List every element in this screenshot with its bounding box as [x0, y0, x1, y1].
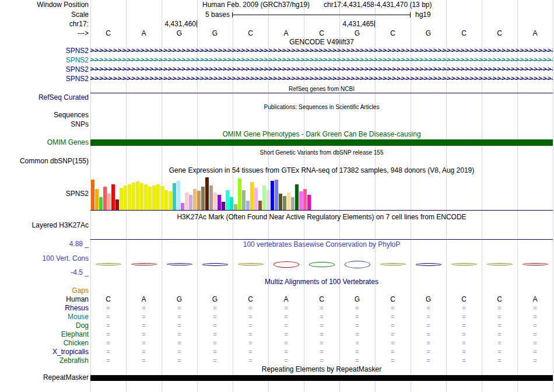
multiz-row-mouse[interactable]: =============	[90, 313, 553, 321]
gtex-tissue-bar[interactable]	[279, 194, 282, 210]
gtex-tissue-bar[interactable]	[267, 190, 270, 210]
phylop-center-title[interactable]: 100 vertebrates Basewise Conservation by…	[90, 241, 553, 249]
gtex-tissue-bar[interactable]	[120, 188, 123, 210]
gtex-tissue-bar[interactable]	[271, 181, 274, 210]
gtex-tissue-bar[interactable]	[222, 202, 225, 210]
repeatmasker-center-title[interactable]: Repeating Elements by RepeatMasker	[90, 366, 553, 373]
gtex-tissue-bar[interactable]	[197, 191, 201, 210]
gtex-tissue-bar[interactable]	[283, 196, 286, 210]
gencode-transcript-row[interactable]: >>>>>>>>>>>>>>>>>>>>>>>>>>>>>>>>>>>>>>>>…	[90, 57, 553, 64]
conservation-glyph[interactable]	[202, 263, 228, 266]
gtex-tissue-bar[interactable]	[111, 184, 115, 210]
gtex-tissue-bar[interactable]	[238, 178, 241, 210]
gtex-tissue-bar[interactable]	[169, 191, 172, 210]
gtex-tissue-bar[interactable]	[234, 204, 237, 210]
multiz-center-title[interactable]: Multiz Alignments of 100 Vertebrates	[90, 278, 553, 286]
multiz-row-zebrafish[interactable]: =============	[90, 357, 553, 365]
gtex-tissue-bar[interactable]	[250, 182, 254, 210]
gtex-tissue-bar[interactable]	[156, 184, 160, 210]
gtex-tissue-bar[interactable]	[99, 197, 103, 210]
alignment-gap-glyph: =	[304, 304, 339, 312]
gtex-barchart[interactable]	[90, 175, 553, 210]
gtex-tissue-bar[interactable]	[246, 201, 250, 210]
gtex-tissue-bar[interactable]	[189, 195, 192, 210]
gtex-tissue-bar[interactable]	[144, 184, 148, 210]
conservation-glyph[interactable]	[96, 263, 121, 265]
gtex-tissue-bar[interactable]	[181, 203, 184, 210]
h3k27ac-center-title[interactable]: H3K27Ac Mark (Often Found Near Active Re…	[90, 214, 553, 221]
gtex-tissue-bar[interactable]	[205, 177, 209, 210]
gtex-tissue-bar[interactable]	[107, 194, 111, 210]
conservation-glyph[interactable]	[309, 262, 335, 267]
gencode-transcript-row[interactable]: >>>>>>>>>>>>>>>>>>>>>>>>>>>>>>>>>>>>>>>>…	[90, 47, 553, 55]
conservation-glyph[interactable]	[167, 263, 192, 265]
aligned-base: C	[446, 296, 482, 303]
gtex-tissue-bar[interactable]	[218, 195, 221, 210]
multiz-row-elephant[interactable]: =============	[90, 331, 553, 338]
gtex-tissue-bar[interactable]	[201, 187, 205, 210]
omim-bar[interactable]	[90, 139, 553, 146]
refseq-center-title[interactable]: RefSeq genes from NCBI	[90, 85, 553, 93]
gtex-tissue-bar[interactable]	[152, 186, 156, 210]
conservation-glyph[interactable]	[238, 263, 264, 265]
gtex-tissue-bar[interactable]	[295, 184, 299, 210]
gtex-tissue-bar[interactable]	[258, 201, 262, 210]
gtex-tissue-bar[interactable]	[287, 192, 290, 210]
gtex-tissue-bar[interactable]	[307, 195, 311, 210]
gtex-tissue-bar[interactable]	[132, 183, 135, 210]
gtex-tissue-bar[interactable]	[226, 190, 229, 210]
alignment-gap-glyph: =	[268, 340, 304, 347]
gtex-tissue-bar[interactable]	[242, 190, 246, 210]
gencode-transcript-label: SPNS2	[0, 57, 89, 64]
gencode-transcript-row[interactable]: >>>>>>>>>>>>>>>>>>>>>>>>>>>>>>>>>>>>>>>>…	[90, 66, 553, 74]
gtex-tissue-bar[interactable]	[173, 183, 176, 210]
multiz-row-chicken[interactable]: =============	[90, 340, 553, 347]
gtex-tissue-bar[interactable]	[254, 188, 258, 210]
omim-center-title[interactable]: OMIM Gene Phenotypes - Dark Green Can Be…	[90, 131, 553, 138]
species-label-gaps: Gaps	[0, 287, 89, 295]
gtex-tissue-bar[interactable]	[193, 189, 197, 210]
gtex-tissue-bar[interactable]	[128, 184, 131, 210]
conservation-glyph[interactable]	[451, 263, 477, 265]
gtex-tissue-bar[interactable]	[115, 200, 119, 210]
dbsnp-center-title[interactable]: Short Genetic Variants from dbSNP releas…	[90, 149, 553, 156]
multiz-row-rhesus[interactable]: =============	[90, 304, 553, 312]
gencode-transcript-row[interactable]: >>>>>>>>>>>>>>>>>>>>>>>>>>>>>>>>>>>>>>>>…	[90, 75, 553, 83]
gtex-tissue-bar[interactable]	[262, 186, 266, 210]
conservation-glyph[interactable]	[487, 263, 513, 265]
gtex-tissue-bar[interactable]	[230, 197, 233, 210]
gtex-tissue-bar[interactable]	[160, 186, 164, 210]
gencode-title[interactable]: GENCODE V49lift37	[90, 38, 553, 46]
gtex-tissue-bar[interactable]	[140, 183, 143, 210]
gtex-tissue-bar[interactable]	[213, 192, 217, 210]
conservation-glyph[interactable]	[131, 263, 157, 265]
alignment-gap-glyph: =	[482, 348, 517, 356]
gtex-tissue-bar[interactable]	[164, 190, 168, 210]
gtex-tissue-bar[interactable]	[148, 187, 152, 210]
gtex-tissue-bar[interactable]	[275, 180, 278, 210]
publications-center-title[interactable]: Publications: Sequences in Scientific Ar…	[90, 103, 553, 111]
alignment-gap-glyph: =	[446, 340, 482, 347]
gtex-tissue-bar[interactable]	[103, 187, 107, 210]
gtex-tissue-bar[interactable]	[303, 189, 307, 210]
conservation-glyph[interactable]	[345, 261, 370, 268]
gtex-center-title[interactable]: Gene Expression in 54 tissues from GTEx …	[90, 167, 553, 174]
conservation-glyph[interactable]	[523, 263, 548, 265]
gtex-tissue-bar[interactable]	[91, 180, 94, 210]
alignment-gap-glyph: =	[90, 331, 126, 338]
gtex-tissue-bar[interactable]	[209, 186, 213, 210]
conservation-glyph[interactable]	[274, 261, 299, 268]
gtex-tissue-bar[interactable]	[177, 181, 180, 210]
conservation-glyph[interactable]	[380, 263, 406, 265]
conservation-glyph[interactable]	[416, 263, 441, 266]
gtex-tissue-bar[interactable]	[124, 186, 127, 210]
gtex-tissue-bar[interactable]	[136, 181, 139, 210]
multiz-row-dog[interactable]: =============	[90, 322, 553, 330]
gtex-tissue-bar[interactable]	[291, 197, 294, 210]
repeatmasker-bar[interactable]	[90, 375, 553, 381]
gtex-tissue-bar[interactable]	[299, 191, 303, 210]
multiz-row-x_tropicalis[interactable]: =============	[90, 348, 553, 356]
gtex-tissue-bar[interactable]	[95, 189, 99, 210]
multiz-row-human[interactable]: CAGGCACGCGCCA	[90, 296, 553, 303]
gtex-tissue-bar[interactable]	[185, 192, 188, 210]
